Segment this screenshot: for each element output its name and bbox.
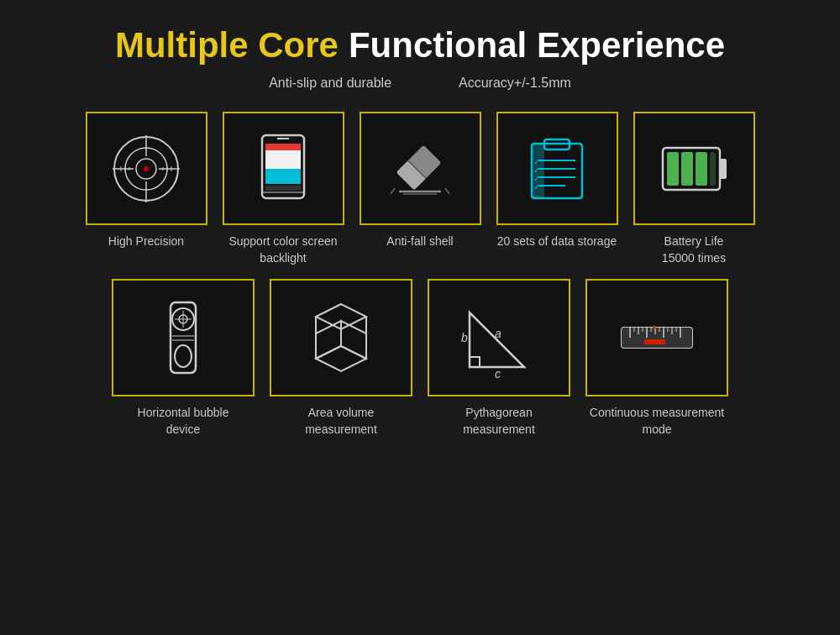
area-volume-label: Area volumemeasurement <box>305 405 377 438</box>
battery-icon <box>656 131 732 207</box>
subtitle1: Anti-slip and durable <box>269 76 391 91</box>
clipboard-icon: ✓ ✓ ✓ ✓ <box>519 131 595 207</box>
svg-text:b: b <box>461 331 468 344</box>
features-row-1: High Precision <box>34 112 806 266</box>
high-precision-icon-box <box>86 112 207 225</box>
svg-marker-54 <box>316 346 366 371</box>
feature-bubble: Horizontal bubbledevice <box>112 279 255 438</box>
svg-point-3 <box>144 166 149 171</box>
continuous-icon-box <box>585 279 728 396</box>
crosshair-icon <box>108 131 184 207</box>
bubble-label: Horizontal bubbledevice <box>138 405 229 438</box>
bubble-icon-box <box>112 279 255 396</box>
svg-rect-18 <box>265 169 301 184</box>
svg-text:✓: ✓ <box>533 182 540 192</box>
triangle-icon: b a c <box>457 296 541 380</box>
title-row: Multiple Core Functional Experience <box>115 25 725 66</box>
svg-rect-67 <box>622 328 692 348</box>
cube-icon <box>299 296 383 380</box>
anti-fall-label: Anti-fall shell <box>386 234 453 250</box>
phone-screen-icon <box>245 131 321 207</box>
battery-label: Battery Life15000 times <box>662 234 726 266</box>
svg-line-27 <box>391 188 395 194</box>
high-precision-label: High Precision <box>108 234 184 250</box>
feature-anti-fall: Anti-fall shell <box>360 112 481 266</box>
feature-continuous: Continuous measurementmode <box>585 279 728 438</box>
svg-rect-81 <box>644 339 665 344</box>
ruler-icon <box>615 296 699 380</box>
svg-rect-17 <box>265 150 301 169</box>
title-white: Functional Experience <box>349 25 725 66</box>
svg-line-28 <box>445 188 449 194</box>
feature-data-storage: ✓ ✓ ✓ ✓ 20 sets of data storage <box>496 112 618 266</box>
svg-text:a: a <box>495 327 501 340</box>
svg-rect-41 <box>720 159 727 179</box>
svg-rect-42 <box>667 152 679 186</box>
svg-rect-43 <box>681 152 693 186</box>
color-screen-label: Support color screenbacklight <box>228 234 337 266</box>
subtitle2: Accuracy+/-1.5mm <box>459 76 571 91</box>
color-screen-icon-box <box>223 112 344 225</box>
feature-battery: Battery Life15000 times <box>633 112 755 266</box>
feature-area-volume: Area volumemeasurement <box>270 279 412 438</box>
pythagorean-icon-box: b a c <box>428 279 570 396</box>
svg-rect-45 <box>710 152 716 186</box>
pythagorean-label: Pythagoreanmeasurement <box>463 405 535 438</box>
feature-high-precision: High Precision <box>86 112 207 266</box>
data-storage-label: 20 sets of data storage <box>497 234 617 250</box>
svg-rect-44 <box>696 152 707 186</box>
header: Multiple Core Functional Experience Anti… <box>34 25 806 91</box>
svg-point-49 <box>175 345 192 367</box>
features-row-2: Horizontal bubbledevice <box>34 279 806 438</box>
bubble-level-icon <box>141 296 225 380</box>
battery-icon-box <box>633 112 755 225</box>
features-grid: High Precision <box>34 112 806 438</box>
svg-rect-16 <box>265 144 301 150</box>
svg-text:c: c <box>495 367 501 380</box>
svg-rect-19 <box>265 186 301 191</box>
svg-rect-62 <box>470 357 480 367</box>
feature-pythagorean: b a c Pythagoreanmeasurement <box>428 279 570 438</box>
eraser-icon <box>382 131 458 207</box>
continuous-label: Continuous measurementmode <box>590 405 724 438</box>
title-yellow: Multiple Core <box>115 25 339 66</box>
feature-color-screen: Support color screenbacklight <box>223 112 344 266</box>
data-storage-icon-box: ✓ ✓ ✓ ✓ <box>496 112 618 225</box>
subtitle-row: Anti-slip and durable Accuracy+/-1.5mm <box>269 76 571 91</box>
area-volume-icon-box <box>270 279 412 396</box>
anti-fall-icon-box <box>360 112 481 225</box>
